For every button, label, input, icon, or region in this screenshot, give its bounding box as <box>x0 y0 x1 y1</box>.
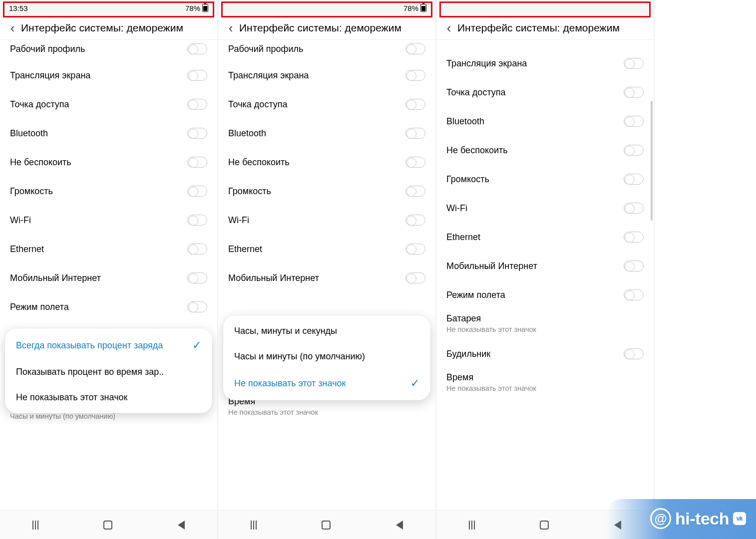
status-bar: 13:53 78% <box>0 0 217 16</box>
row-screen-cast[interactable]: Трансляция экрана <box>0 61 217 90</box>
nav-recent-icon[interactable] <box>469 521 475 530</box>
page-title: Интерфейс системы: деморежим <box>21 22 183 34</box>
row-bluetooth[interactable]: Bluetooth <box>0 119 217 148</box>
label: Громкость <box>10 186 187 197</box>
toggle[interactable] <box>405 99 425 110</box>
row-work-profile[interactable]: Рабочий профиль <box>436 41 654 49</box>
toggle[interactable] <box>187 43 207 54</box>
row-airplane[interactable]: Режим полета <box>0 292 217 321</box>
label: Громкость <box>446 174 624 185</box>
option-label: Не показывать этот значок <box>16 392 127 403</box>
toggle[interactable] <box>187 70 207 81</box>
toggle[interactable] <box>405 128 425 139</box>
row-bluetooth[interactable]: Bluetooth <box>436 107 654 136</box>
label: Ethernet <box>446 232 624 243</box>
toggle[interactable] <box>405 43 425 54</box>
popup-option-charging[interactable]: Показывать процент во время зар.. <box>5 359 212 385</box>
row-battery[interactable]: Батарея Не показывать этот значок <box>436 309 654 339</box>
row-mobile-data[interactable]: Мобильный Интернет <box>436 252 654 280</box>
row-dnd[interactable]: Не беспокоить <box>436 136 654 165</box>
row-airplane[interactable]: Режим полета <box>436 280 654 309</box>
row-work-profile[interactable]: Рабочий профиль <box>218 41 435 61</box>
row-screen-cast[interactable]: Трансляция экрана <box>436 49 654 78</box>
back-icon[interactable]: ‹ <box>4 21 21 34</box>
row-dnd[interactable]: Не беспокоить <box>218 148 435 177</box>
row-hotspot[interactable]: Точка доступа <box>436 78 654 107</box>
toggle[interactable] <box>405 244 425 255</box>
label: Ethernet <box>10 244 187 255</box>
row-wifi[interactable]: Wi-Fi <box>436 194 654 223</box>
row-screen-cast[interactable]: Трансляция экрана <box>218 61 435 90</box>
label: Громкость <box>228 186 405 197</box>
settings-list[interactable]: Рабочий профиль Трансляция экрана Точка … <box>218 41 435 509</box>
nav-recent-icon[interactable] <box>32 521 38 530</box>
toggle[interactable] <box>624 145 644 156</box>
nav-recent-icon[interactable] <box>251 521 257 530</box>
toggle[interactable] <box>624 261 644 271</box>
toggle[interactable] <box>624 174 644 185</box>
toggle[interactable] <box>624 203 644 214</box>
row-mobile-data[interactable]: Мобильный Интернет <box>0 264 217 292</box>
popup-option-hide[interactable]: Не показывать этот значок ✓ <box>223 369 430 397</box>
toggle[interactable] <box>624 116 644 127</box>
label: Батарея <box>446 313 644 324</box>
option-label: Часы и минуты (по умолчанию) <box>234 351 365 362</box>
label: Bluetooth <box>10 128 187 139</box>
header: ‹ Интерфейс системы: деморежим <box>436 16 654 40</box>
row-volume[interactable]: Громкость <box>436 165 654 194</box>
settings-list[interactable]: Рабочий профиль Трансляция экрана Точка … <box>0 41 217 509</box>
nav-back-icon[interactable] <box>396 521 403 530</box>
label: Мобильный Интернет <box>10 273 187 283</box>
popup-option-always-show[interactable]: Всегда показывать процент заряда ✓ <box>5 331 212 359</box>
toggle[interactable] <box>405 70 425 81</box>
row-hotspot[interactable]: Точка доступа <box>218 90 435 119</box>
row-wifi[interactable]: Wi-Fi <box>218 206 435 235</box>
battery-icon <box>202 4 208 12</box>
nav-home-icon[interactable] <box>322 521 331 530</box>
back-icon[interactable]: ‹ <box>440 21 457 34</box>
row-bluetooth[interactable]: Bluetooth <box>218 119 435 148</box>
popup-option-hide[interactable]: Не показывать этот значок <box>5 385 212 410</box>
toggle[interactable] <box>187 244 207 255</box>
nav-back-icon[interactable] <box>178 521 185 530</box>
row-ethernet[interactable]: Ethernet <box>218 235 435 264</box>
toggle[interactable] <box>624 87 644 98</box>
row-wifi[interactable]: Wi-Fi <box>0 206 217 235</box>
row-hotspot[interactable]: Точка доступа <box>0 90 217 119</box>
toggle[interactable] <box>624 58 644 69</box>
row-mobile-data[interactable]: Мобильный Интернет <box>218 264 435 292</box>
row-ethernet[interactable]: Ethernet <box>436 223 654 252</box>
header: ‹ Интерфейс системы: деморежим <box>218 16 435 40</box>
row-time[interactable]: Время Не показывать этот значок <box>436 368 654 398</box>
toggle[interactable] <box>624 289 644 300</box>
back-icon[interactable]: ‹ <box>222 21 239 34</box>
header: ‹ Интерфейс системы: деморежим <box>0 16 217 40</box>
toggle[interactable] <box>187 186 207 197</box>
row-work-profile[interactable]: Рабочий профиль <box>0 41 217 61</box>
toggle[interactable] <box>405 272 425 283</box>
toggle[interactable] <box>187 272 207 283</box>
toggle[interactable] <box>405 157 425 168</box>
toggle[interactable] <box>187 99 207 110</box>
row-ethernet[interactable]: Ethernet <box>0 235 217 264</box>
label: Wi-Fi <box>228 215 405 226</box>
page-title: Интерфейс системы: деморежим <box>239 22 401 34</box>
nav-home-icon[interactable] <box>540 521 549 530</box>
toggle[interactable] <box>187 128 207 139</box>
row-volume[interactable]: Громкость <box>0 177 217 206</box>
toggle[interactable] <box>187 215 207 226</box>
toggle[interactable] <box>405 186 425 197</box>
row-volume[interactable]: Громкость <box>218 177 435 206</box>
toggle[interactable] <box>405 215 425 226</box>
toggle[interactable] <box>624 232 644 243</box>
nav-home-icon[interactable] <box>103 521 112 530</box>
toggle[interactable] <box>187 301 207 312</box>
popup-option-hm[interactable]: Часы и минуты (по умолчанию) <box>223 344 430 369</box>
toggle[interactable] <box>624 348 644 359</box>
toggle[interactable] <box>187 157 207 168</box>
popup-option-hms[interactable]: Часы, минуты и секунды <box>223 318 430 344</box>
settings-list[interactable]: Рабочий профиль Трансляция экрана Точка … <box>436 41 654 509</box>
page-title: Интерфейс системы: деморежим <box>457 22 620 34</box>
row-alarm[interactable]: Будильник <box>436 339 654 368</box>
row-dnd[interactable]: Не беспокоить <box>0 148 217 177</box>
